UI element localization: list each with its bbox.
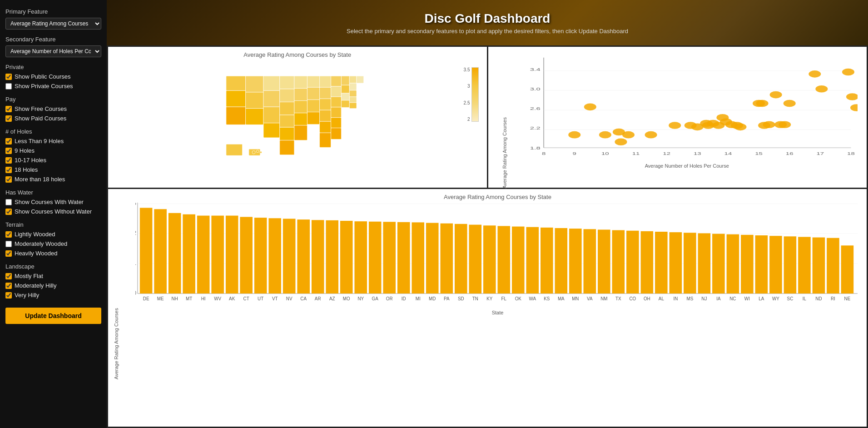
bar-label-VA: VA: [587, 296, 593, 301]
svg-point-23: [584, 104, 596, 111]
bar-MI: [412, 222, 424, 294]
bar-label-UT: UT: [258, 296, 263, 301]
less9-checkbox[interactable]: [5, 138, 12, 144]
il-state: [307, 87, 319, 100]
bar-label-WA: WA: [529, 296, 536, 301]
mostly-flat-checkbox[interactable]: [5, 273, 12, 279]
secondary-feature-select[interactable]: Average Number of Holes Per CourseAverag…: [5, 45, 101, 57]
bar-label-NC: NC: [729, 296, 736, 301]
bar-label-OK: OK: [515, 296, 522, 301]
legend-label-2: 2: [464, 117, 470, 122]
bar-label-AR: AR: [315, 296, 321, 301]
without-water-checkbox[interactable]: [5, 209, 12, 215]
bar-MT: [183, 214, 195, 294]
bar-label-MN: MN: [572, 296, 579, 301]
lightly-wooded-checkbox[interactable]: [5, 231, 12, 238]
bar-VT: [268, 218, 281, 294]
show-private-row: Show Private Courses: [5, 83, 101, 90]
ar-state: [294, 113, 308, 125]
very-hilly-label: Very Hilly: [15, 292, 39, 299]
bar-WA: [526, 227, 539, 294]
bar-title: Average Rating Among Courses by State: [135, 194, 860, 200]
bar-DE: [140, 208, 153, 294]
bar-NM: [598, 229, 610, 294]
show-public-row: Show Public Courses: [5, 73, 101, 80]
bar-label-RI: RI: [831, 296, 835, 301]
show-paid-row: Show Paid Courses: [5, 115, 101, 122]
show-free-checkbox[interactable]: [5, 106, 12, 112]
nine-checkbox[interactable]: [5, 148, 12, 154]
header-overlay: Disc Golf Dashboard Select the primary a…: [107, 0, 868, 45]
ms-state: [307, 112, 319, 124]
bar-label-CA: CA: [300, 296, 307, 301]
map-legend: 3.5 3 2.5 2: [464, 67, 479, 122]
bar-label-NE: NE: [844, 296, 851, 301]
svg-point-51: [842, 69, 854, 76]
bar-panel: Average Rating Among Courses by State Av…: [108, 189, 867, 427]
ny-state: [341, 76, 349, 85]
mod-wooded-checkbox[interactable]: [5, 241, 12, 247]
bar-AL: [655, 232, 668, 294]
bar-label-NY: NY: [357, 296, 364, 301]
mo-state: [294, 101, 308, 113]
ma-state: [349, 90, 357, 97]
svg-text:10: 10: [601, 151, 609, 156]
eighteen-checkbox[interactable]: [5, 167, 12, 173]
nc-state: [331, 107, 341, 118]
bar-label-IL: IL: [803, 296, 807, 301]
oh-state: [319, 99, 331, 110]
heavily-wooded-row: Heavily Wooded: [5, 250, 101, 257]
tx-state: [279, 140, 294, 155]
svg-text:0: 0: [135, 290, 136, 296]
bar-FL: [498, 226, 511, 294]
bar-IL: [798, 237, 811, 294]
more18-checkbox[interactable]: [5, 176, 12, 183]
bar-label-WY: WY: [772, 296, 779, 301]
with-water-row: Show Courses With Water: [5, 199, 101, 205]
mt-state: [263, 76, 280, 90]
md-state: [341, 85, 349, 93]
bar-MO: [340, 221, 353, 294]
svg-point-53: [850, 104, 858, 111]
id-state: [245, 76, 263, 92]
bar-OK: [512, 227, 525, 294]
nine-label: 9 Holes: [15, 147, 35, 154]
mod-hilly-checkbox[interactable]: [5, 283, 12, 289]
wa-state: [226, 76, 246, 90]
bar-label-KY: KY: [486, 296, 493, 301]
nd-state: [279, 76, 294, 89]
bar-label-CT: CT: [243, 296, 249, 301]
bar-label-AZ: AZ: [329, 296, 335, 301]
show-paid-label: Show Paid Courses: [15, 115, 66, 122]
show-private-checkbox[interactable]: [5, 83, 12, 90]
bar-PA: [440, 224, 453, 294]
svg-text:18: 18: [847, 151, 855, 156]
update-dashboard-button[interactable]: Update Dashboard: [5, 308, 101, 324]
svg-text:17: 17: [816, 151, 824, 156]
primary-feature-select[interactable]: Average Rating Among CoursesAverage Numb…: [5, 18, 101, 30]
without-water-label: Show Courses Without Water: [15, 208, 92, 215]
app-container: Primary Feature Average Rating Among Cou…: [0, 0, 868, 428]
svg-text:2.6: 2.6: [530, 106, 540, 111]
bar-MN: [569, 229, 582, 294]
heavily-wooded-checkbox[interactable]: [5, 250, 12, 257]
ten17-checkbox[interactable]: [5, 157, 12, 164]
map-panel: Average Rating Among Courses by State: [108, 47, 487, 188]
bar-label-FL: FL: [501, 296, 507, 301]
bar-OH: [641, 231, 654, 294]
mostly-flat-row: Mostly Flat: [5, 273, 101, 279]
wi-state: [307, 76, 319, 87]
bar-label-NJ: NJ: [701, 296, 707, 301]
secondary-feature-label: Secondary Feature: [5, 36, 101, 43]
header: Disc Golf Dashboard Select the primary a…: [107, 0, 868, 45]
more18-label: More than 18 holes: [15, 176, 65, 183]
show-public-checkbox[interactable]: [5, 74, 12, 80]
bar-label-SC: SC: [787, 296, 794, 301]
very-hilly-checkbox[interactable]: [5, 292, 12, 299]
holes-section-label: # of Holes: [5, 128, 101, 135]
show-paid-checkbox[interactable]: [5, 115, 12, 122]
heavily-wooded-label: Heavily Wooded: [15, 250, 57, 257]
mod-hilly-label: Moderately Hilly: [15, 282, 56, 289]
legend-bar: [471, 67, 479, 122]
with-water-checkbox[interactable]: [5, 199, 12, 205]
